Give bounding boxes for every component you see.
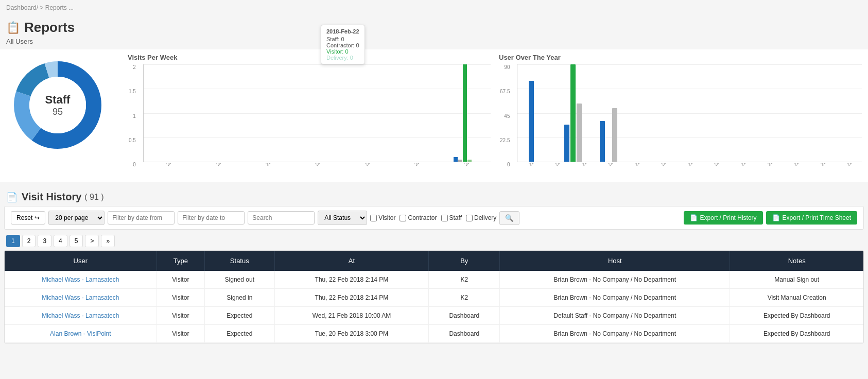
page-btn-2[interactable]: 2	[22, 235, 36, 247]
cell-user[interactable]: Michael Wass - Lamasatech	[5, 271, 157, 289]
chart-tooltip: 2018-Feb-22 Staff: 0 Contractor: 0 Visit…	[321, 25, 365, 64]
year-x-3: 2017-Dec	[581, 163, 595, 174]
y-label-2: 2	[133, 64, 136, 70]
year-bar-11	[799, 64, 804, 162]
bar-group-3	[245, 64, 293, 162]
page-subtitle: All Users	[0, 38, 868, 49]
year-bar-4	[636, 64, 641, 162]
cell-user[interactable]: Michael Wass - Lamasatech	[5, 307, 157, 325]
page-btn-last[interactable]: »	[101, 235, 115, 247]
year-x-13: 2017-Feb	[846, 163, 860, 174]
cell-host: Default Staff - No Company / No Departme…	[500, 307, 730, 325]
export-timesheet-icon: 📄	[772, 214, 780, 221]
cell-at: Wed, 21 Feb 2018 10:00 AM	[274, 307, 429, 325]
search-icon: 🔍	[505, 214, 514, 222]
year-x-8: 2017-Jul	[713, 163, 727, 174]
year-bar-8	[729, 64, 734, 162]
visit-history-count: ( 91 )	[84, 193, 103, 202]
x-label-1: 2018-Feb-26	[165, 163, 180, 174]
filter-date-to[interactable]	[178, 211, 245, 225]
status-select[interactable]: All Status Signed in Signed out Expected	[318, 211, 367, 225]
cell-notes: Expected By Dashboard	[730, 307, 863, 325]
visit-history-title: Visit History	[22, 191, 81, 203]
breadcrumb-separator: >	[40, 4, 45, 11]
export-history-button[interactable]: 📄 Export / Print History	[684, 211, 763, 225]
year-bar-1	[529, 64, 546, 162]
user-over-year-chart: User Over The Year 90 67.5 45 22.5 0	[499, 54, 862, 178]
col-user: User	[5, 251, 157, 271]
checkbox-staff[interactable]: Staff	[441, 214, 462, 221]
table-row: Michael Wass - Lamasatech Visitor Expect…	[5, 307, 863, 325]
cell-type: Visitor	[157, 271, 205, 289]
cell-notes: Expected By Dashboard	[730, 325, 863, 343]
bar-group-7	[438, 64, 487, 162]
cell-user[interactable]: Alan Brown - VisiPoint	[5, 325, 157, 343]
cell-notes: Manual Sign out	[730, 271, 863, 289]
cell-status: Signed in	[205, 289, 274, 307]
y-label-0: 0	[133, 162, 136, 167]
breadcrumb-current: Reports ...	[45, 4, 74, 11]
year-bar-12	[822, 64, 827, 162]
bar-group-1	[148, 64, 196, 162]
export-timesheet-label: Export / Print Time Sheet	[783, 214, 851, 221]
checkbox-visitor[interactable]: Visitor	[370, 214, 395, 221]
export-timesheet-button[interactable]: 📄 Export / Print Time Sheet	[766, 211, 857, 225]
table-row: Michael Wass - Lamasatech Visitor Signed…	[5, 289, 863, 307]
page-btn-4[interactable]: 4	[54, 235, 67, 247]
y-label-1-5: 1.5	[129, 89, 136, 94]
cell-at: Thu, 22 Feb 2018 2:14 PM	[274, 289, 429, 307]
col-at: At	[274, 251, 429, 271]
charts-row: Staff 95 Visits Per Week 2 1.5 1 0.5 0	[0, 49, 868, 182]
reset-icon: ↪	[34, 214, 40, 221]
year-bar-5	[659, 64, 664, 162]
checkbox-contractor[interactable]: Contractor	[400, 214, 437, 221]
x-label-4: 2018-Feb-23	[314, 163, 328, 174]
year-x-9: 2017-Jun	[740, 163, 754, 174]
delivery-checkbox[interactable]	[466, 215, 473, 221]
bar-group-5[interactable]: 2018-Feb-22 Staff: 0 Contractor: 0 Visit…	[341, 64, 390, 162]
pagination: 1 2 3 4 5 > »	[0, 232, 868, 250]
cell-at: Tue, 20 Feb 2018 3:00 PM	[274, 325, 429, 343]
x-label-6: 2018-Feb-21	[413, 163, 428, 174]
export-history-icon: 📄	[690, 214, 698, 221]
per-page-select[interactable]: 20 per page 50 per page 100 per page	[48, 211, 105, 225]
search-button[interactable]: 🔍	[499, 211, 519, 225]
visitor-checkbox[interactable]	[370, 215, 377, 221]
year-bar-13	[845, 64, 850, 162]
page-btn-3[interactable]: 3	[38, 235, 51, 247]
toolbar: Reset ↪ 20 per page 50 per page 100 per …	[4, 206, 864, 230]
donut-label-value: 95	[45, 107, 71, 117]
staff-checkbox[interactable]	[441, 215, 448, 221]
reset-button[interactable]: Reset ↪	[11, 211, 45, 225]
x-label-5: 2018-Feb-22	[364, 163, 378, 174]
table-row: Alan Brown - VisiPoint Visitor Expected …	[5, 325, 863, 343]
cell-by: K2	[429, 271, 500, 289]
year-x-4: 2017-Nov	[607, 163, 621, 174]
page-btn-1[interactable]: 1	[6, 235, 20, 247]
bar-group-6	[390, 64, 438, 162]
contractor-checkbox[interactable]	[400, 215, 406, 221]
visit-history-header: 📄 Visit History ( 91 )	[0, 186, 868, 206]
tooltip-delivery: Delivery: 0	[326, 55, 359, 61]
page-btn-next[interactable]: >	[85, 235, 99, 247]
export-history-label: Export / Print History	[700, 214, 757, 221]
page-btn-5[interactable]: 5	[70, 235, 83, 247]
year-bar-2	[564, 64, 582, 162]
year-y-45: 45	[504, 113, 510, 119]
filter-date-from[interactable]	[108, 211, 175, 225]
year-chart-title: User Over The Year	[499, 54, 862, 61]
year-x-6: 2017-Sep	[660, 163, 674, 174]
x-label-7: 2018-Feb-20	[463, 163, 478, 174]
cell-user[interactable]: Michael Wass - Lamasatech	[5, 289, 157, 307]
tooltip-date: 2018-Feb-22	[326, 28, 359, 35]
year-x-11: 2017-Apr	[793, 163, 807, 174]
visit-history-icon: 📄	[6, 192, 18, 203]
search-input[interactable]	[248, 211, 315, 225]
checkbox-delivery[interactable]: Delivery	[466, 214, 496, 221]
breadcrumb-home[interactable]: Dashboard/	[6, 4, 38, 11]
table-row: Michael Wass - Lamasatech Visitor Signed…	[5, 271, 863, 289]
year-bar-9	[752, 64, 757, 162]
year-x-2: 2018-Jan	[554, 163, 568, 174]
tooltip-staff: Staff: 0	[326, 36, 359, 42]
col-type: Type	[157, 251, 205, 271]
